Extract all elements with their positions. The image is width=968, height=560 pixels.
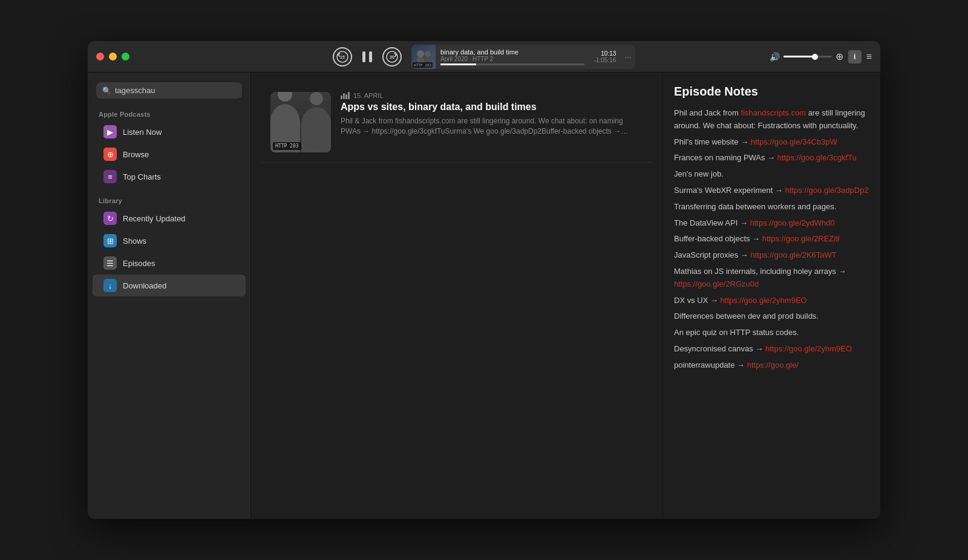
- notes-item-14: pointerrawupdate → https://goo.gle/: [674, 359, 869, 372]
- progress-fill: [440, 63, 476, 65]
- app-window: 15 30: [88, 41, 880, 519]
- time-display: 10:13 -1:05:16: [589, 50, 621, 63]
- sidebar-item-recently-updated[interactable]: ↻ Recently Updated: [93, 207, 246, 229]
- sidebar-item-label-browse: Browse: [123, 150, 149, 159]
- now-playing-widget[interactable]: HTTP 203 binary data, and build time Apr…: [411, 45, 635, 69]
- volume-slider[interactable]: [783, 56, 832, 57]
- episode-description: Phil & Jack from fishandscripts.com are …: [341, 116, 643, 137]
- sidebar-item-label-episodes: Episodes: [123, 259, 155, 268]
- sidebar-item-label-top-charts: Top Charts: [123, 172, 161, 181]
- notes-link-2rgzu0d[interactable]: https://goo.gle/2RGzu0d: [674, 279, 759, 288]
- now-playing-thumbnail: HTTP 203: [411, 45, 436, 69]
- notes-link-desync[interactable]: https://goo.gle/2yhm9EO: [765, 344, 852, 353]
- svg-text:15: 15: [340, 55, 345, 59]
- notes-link-3cgkftu[interactable]: https://goo.gle/3cgkfTu: [777, 153, 857, 162]
- pause-button[interactable]: [359, 49, 375, 65]
- sidebar-item-downloaded[interactable]: ↓ Downloaded: [93, 275, 246, 296]
- notes-item-3: Jen's new job.: [674, 168, 869, 181]
- search-icon: 🔍: [102, 86, 111, 95]
- shows-icon: ⊞: [103, 234, 117, 247]
- notes-item-12: An epic quiz on HTTP status codes.: [674, 327, 869, 339]
- sidebar-item-browse[interactable]: ⊕ Browse: [93, 143, 246, 165]
- airplay-icon[interactable]: ⊕: [836, 51, 843, 62]
- notes-item-8: JavaScript proxies → https://goo.gle/2K6…: [674, 249, 869, 262]
- maximize-button[interactable]: [122, 53, 129, 60]
- notes-item-6: The DataView API → https://goo.gle/2ydWh…: [674, 217, 869, 230]
- episode-title: Apps vs sites, binary data, and build ti…: [341, 102, 643, 112]
- listen-now-icon: ▶: [103, 125, 117, 138]
- traffic-lights: [96, 53, 129, 60]
- notes-item-7: Buffer-backed objects → https://goo.gle/…: [674, 233, 869, 246]
- episodes-icon: ☰: [103, 256, 117, 270]
- now-playing-info: binary data, and build time April 2020 H…: [436, 48, 589, 65]
- progress-bar[interactable]: [440, 63, 584, 65]
- notes-panel: Episode Notes Phil and Jack from fishand…: [662, 73, 880, 519]
- notes-item-4: Surma's WebXR experiment → https://goo.g…: [674, 184, 869, 197]
- now-playing-meta: April 2020 HTTP 2: [440, 56, 584, 62]
- notes-item-2: Frances on naming PWAs → https://goo.gle…: [674, 152, 869, 164]
- titlebar-right: 🔊 ⊕ i ≡: [770, 50, 872, 63]
- notes-link-34cb3pw[interactable]: https://goo.gle/34Cb3pW: [751, 137, 837, 146]
- notes-item-1: Phil's time website → https://goo.gle/34…: [674, 136, 869, 149]
- notes-link-3adpdp2[interactable]: https://goo.gle/3adpDp2: [785, 186, 869, 195]
- search-input[interactable]: [115, 86, 236, 95]
- notes-link-2k6tawt[interactable]: https://goo.gle/2K6TaWT: [750, 250, 836, 259]
- recently-updated-icon: ↻: [103, 212, 117, 225]
- now-playing-menu-button[interactable]: ···: [621, 52, 635, 62]
- now-playing-date: April 2020: [440, 56, 468, 62]
- notes-intro: Phil and Jack from fishandscripts.com ar…: [674, 107, 869, 132]
- now-playing-title: binary data, and build time: [440, 48, 584, 56]
- notes-link-2ydwhd0[interactable]: https://goo.gle/2ydWhd0: [750, 218, 835, 227]
- volume-icon: 🔊: [770, 52, 780, 62]
- transport-controls: 15 30: [333, 47, 402, 67]
- notes-item-9: Mathias on JS internals, including holey…: [674, 265, 869, 291]
- titlebar-center: 15 30: [333, 45, 635, 69]
- notes-item-13: Desyncronised canvas → https://goo.gle/2…: [674, 343, 869, 356]
- svg-rect-2: [362, 51, 365, 62]
- skip-back-button[interactable]: 15: [333, 47, 352, 67]
- episode-info: 15. APRIL Apps vs sites, binary data, an…: [341, 92, 643, 152]
- sidebar-item-label-listen-now: Listen Now: [123, 128, 162, 137]
- notes-link-2rezitl[interactable]: https://goo.gle/2REZitl: [762, 234, 840, 243]
- top-charts-icon: ≡: [103, 170, 117, 183]
- notes-link-pointer[interactable]: https://goo.gle/: [747, 360, 799, 370]
- svg-rect-3: [369, 51, 372, 62]
- svg-text:30: 30: [390, 55, 394, 59]
- library-section-label: Library: [88, 192, 250, 207]
- search-box[interactable]: 🔍: [96, 82, 242, 99]
- sidebar-item-shows[interactable]: ⊞ Shows: [93, 230, 246, 252]
- list-icon[interactable]: ≡: [866, 51, 872, 62]
- sidebar-item-top-charts[interactable]: ≡ Top Charts: [93, 166, 246, 187]
- sidebar: 🔍 Apple Podcasts ▶ Listen Now ⊕ Browse ≡…: [88, 73, 251, 519]
- notes-title: Episode Notes: [674, 85, 869, 99]
- minimize-button[interactable]: [109, 53, 117, 60]
- main-content: 🔍 Apple Podcasts ▶ Listen Now ⊕ Browse ≡…: [88, 73, 880, 519]
- notes-link-2yhm9eo[interactable]: https://goo.gle/2yhm9EO: [721, 296, 807, 305]
- sidebar-item-episodes[interactable]: ☰ Episodes: [93, 252, 246, 274]
- episode-badge: HTTP 203: [413, 62, 433, 68]
- svg-point-6: [417, 50, 424, 57]
- time-elapsed: 10:13: [601, 50, 616, 57]
- skip-forward-button[interactable]: 30: [382, 47, 402, 67]
- notes-link-fishandscripts[interactable]: fishandscripts.com: [741, 108, 806, 117]
- now-playing-show: HTTP 2: [473, 56, 493, 62]
- titlebar: 15 30: [88, 41, 880, 73]
- episode-card[interactable]: HTTP 203 15. APRIL Apps vs sites, binary…: [261, 82, 653, 163]
- sidebar-item-label-downloaded: Downloaded: [123, 281, 166, 290]
- sidebar-item-listen-now[interactable]: ▶ Listen Now: [93, 121, 246, 143]
- notes-item-5: Transferring data between workers and pa…: [674, 201, 869, 213]
- episode-date-label: 15. APRIL: [353, 92, 384, 99]
- notes-item-10: DX vs UX → https://goo.gle/2yhm9EO: [674, 295, 869, 307]
- episode-thumb-badge: HTTP 203: [273, 142, 301, 150]
- browse-icon: ⊕: [103, 148, 117, 161]
- close-button[interactable]: [96, 53, 104, 60]
- time-remaining: -1:05:16: [594, 57, 616, 63]
- notes-item-11: Differences between dev and prod builds.: [674, 310, 869, 323]
- episode-thumbnail: HTTP 203: [270, 92, 331, 152]
- episode-date: 15. APRIL: [341, 92, 643, 99]
- volume-thumb: [812, 54, 818, 60]
- info-button[interactable]: i: [848, 50, 862, 63]
- apple-podcasts-section-label: Apple Podcasts: [88, 106, 250, 120]
- volume-control[interactable]: 🔊 ⊕: [770, 51, 843, 62]
- sidebar-item-label-recently-updated: Recently Updated: [123, 214, 185, 223]
